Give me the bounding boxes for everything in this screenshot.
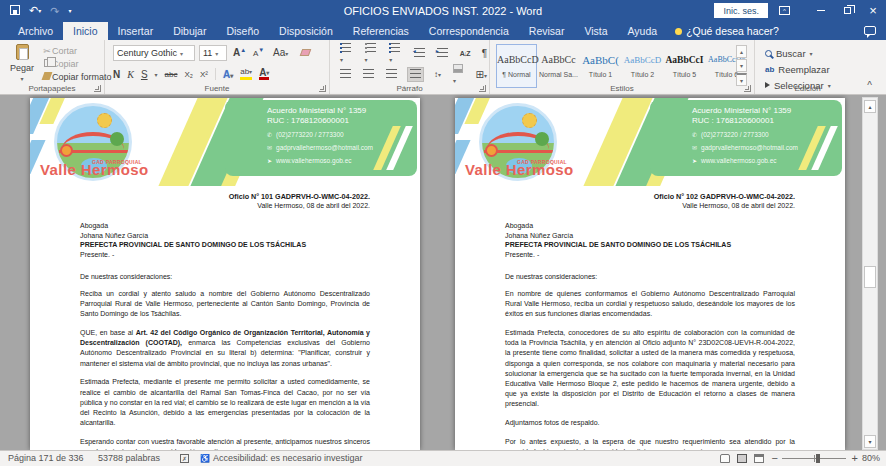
align-right-button[interactable] xyxy=(384,68,399,81)
print-layout-icon[interactable] xyxy=(737,454,747,463)
collapse-ribbon-icon[interactable]: ^ xyxy=(867,80,872,91)
paste-button[interactable]: Pegar ▾ xyxy=(7,44,37,88)
increase-indent-button[interactable] xyxy=(435,47,450,60)
borders-button[interactable]: ⊞▾ xyxy=(474,68,489,81)
feedback-comment-icon[interactable] xyxy=(864,26,876,35)
page-indicator[interactable]: Página 171 de 336 xyxy=(8,451,84,466)
text-effects-button[interactable]: A▾ xyxy=(223,69,233,80)
grow-font-button[interactable]: A▲ xyxy=(233,47,246,58)
find-button[interactable]: Buscar▾ xyxy=(765,46,813,60)
tab-dibujar[interactable]: Dibujar xyxy=(163,22,216,40)
strikethrough-button[interactable]: abc xyxy=(165,70,178,79)
tab-diseno[interactable]: Diseño xyxy=(216,22,269,40)
minimize-button[interactable] xyxy=(808,0,834,22)
document-page-left[interactable]: Acuerdo Ministerial N° 1359 RUC : 176812… xyxy=(30,98,420,450)
scroll-down-icon[interactable] xyxy=(864,435,876,448)
read-mode-icon[interactable] xyxy=(720,454,730,463)
font-size-combobox[interactable]: 11▾ xyxy=(199,45,227,61)
ruc-number: RUC : 1768120600001 xyxy=(692,116,774,125)
font-color-button[interactable]: A▾ xyxy=(259,68,269,81)
clear-formatting-icon xyxy=(300,49,312,56)
tab-correspondencia[interactable]: Correspondencia xyxy=(419,22,519,40)
bullets-button[interactable]: ▾ xyxy=(338,42,355,65)
tab-inicio[interactable]: Inicio xyxy=(63,22,108,40)
scrollbar-thumb[interactable] xyxy=(864,266,876,288)
editing-group-label: Edición xyxy=(755,84,860,93)
zoom-slider-thumb[interactable] xyxy=(816,454,820,463)
valle-hermoso-wordmark: Valle Hermoso xyxy=(40,161,149,178)
tab-archivo[interactable]: Archivo xyxy=(8,22,63,40)
replace-button[interactable]: abReemplazar xyxy=(765,62,830,76)
styles-dialog-launcher[interactable] xyxy=(744,85,751,92)
document-canvas[interactable]: Acuerdo Ministerial N° 1359 RUC : 176812… xyxy=(0,95,886,450)
underline-button[interactable]: S xyxy=(141,69,148,80)
style-gallery-up-icon[interactable]: ▴ xyxy=(736,45,747,58)
tab-revisar[interactable]: Revisar xyxy=(519,22,575,40)
document-page-right[interactable]: Acuerdo Ministerial N° 1359 RUC : 176812… xyxy=(455,98,845,450)
tab-ayuda[interactable]: Ayuda xyxy=(618,22,668,40)
letter-body[interactable]: Oficio N° 101 GADPRVH-O-WMC-04-2022. Val… xyxy=(80,192,370,450)
bold-button[interactable]: N xyxy=(113,69,120,80)
clipboard-dialog-launcher[interactable] xyxy=(94,85,101,92)
proofing-errors-icon[interactable]: ✗ xyxy=(180,454,189,463)
decrease-indent-icon xyxy=(414,48,425,57)
line-spacing-button[interactable]: ↕▾ xyxy=(432,69,443,80)
accessibility-checker[interactable]: Accesibilidad: es necesario investigar xyxy=(200,451,363,466)
numbering-button[interactable]: ▾ xyxy=(363,42,380,65)
zoom-in-button[interactable]: + xyxy=(852,451,858,466)
tab-vista[interactable]: Vista xyxy=(574,22,617,40)
change-case-button[interactable]: Aa▾ xyxy=(273,47,288,58)
style-gallery-down-icon[interactable]: ▾ xyxy=(736,59,747,72)
subscript-button[interactable]: X₂ xyxy=(185,70,193,79)
paragraph: Reciba un cordial y atento saludo a nomb… xyxy=(80,289,370,320)
style-normal-sa[interactable]: AaBbCcNormal Sa... xyxy=(538,44,579,88)
font-name-combobox[interactable]: Century Gothic▾ xyxy=(113,45,195,61)
decrease-indent-button[interactable] xyxy=(412,47,427,60)
style-titulo-2[interactable]: AaBbCcDTítulo 2 xyxy=(622,44,663,88)
italic-button[interactable]: K xyxy=(127,69,134,80)
shrink-font-button[interactable]: A▼ xyxy=(253,47,264,58)
status-bar: Página 171 de 336 53788 palabras ✗ Acces… xyxy=(0,450,886,466)
style-titulo-5[interactable]: AaBbCcITítulo 5 xyxy=(664,44,705,88)
zoom-out-button[interactable]: − xyxy=(772,451,778,466)
tab-insertar[interactable]: Insertar xyxy=(108,22,164,40)
letterhead-contact-panel: Acuerdo Ministerial N° 1359 RUC : 176812… xyxy=(225,100,417,176)
scroll-up-icon[interactable] xyxy=(864,100,876,113)
tab-referencias[interactable]: Referencias xyxy=(343,22,419,40)
style-normal[interactable]: AaBbCcD¶ Normal xyxy=(496,44,537,88)
copy-button[interactable]: Copiar xyxy=(42,58,112,71)
superscript-button[interactable]: X² xyxy=(200,70,208,79)
email-address: gadprvallehermoso@hotmail.com xyxy=(701,144,798,151)
paragraph-dialog-launcher[interactable] xyxy=(479,85,486,92)
restore-button[interactable] xyxy=(834,0,860,22)
sign-in-button[interactable]: Inic. ses. xyxy=(714,3,768,18)
tell-me-box[interactable]: ¿Qué desea hacer? xyxy=(667,22,787,40)
search-icon xyxy=(765,50,772,57)
oficio-date: Valle Hermoso, 08 de abril del 2022. xyxy=(505,201,795,210)
ribbon-display-options-icon[interactable]: ^ xyxy=(779,6,790,15)
letter-body[interactable]: Oficio N° 102 GADPRVH-O-WMC-04-2022. Val… xyxy=(505,192,795,450)
word-count[interactable]: 53788 palabras xyxy=(98,451,160,466)
style-titulo-1[interactable]: AaBbC(Título 1 xyxy=(580,44,621,88)
vertical-scrollbar[interactable] xyxy=(862,97,878,450)
justify-button[interactable] xyxy=(407,67,424,82)
logo-tree xyxy=(110,132,124,146)
numbering-icon xyxy=(365,43,376,52)
zoom-level[interactable]: 80% xyxy=(862,451,880,466)
show-paragraph-marks-button[interactable]: ¶ xyxy=(480,47,489,60)
font-dialog-launcher[interactable] xyxy=(319,85,326,92)
tab-disposicion[interactable]: Disposición xyxy=(269,22,343,40)
highlight-color-button[interactable]: ab▾ xyxy=(240,68,252,79)
align-left-button[interactable] xyxy=(338,68,353,81)
website-icon xyxy=(692,157,697,164)
multilevel-list-button[interactable]: ▾ xyxy=(387,42,404,65)
clear-formatting-button[interactable] xyxy=(301,47,310,58)
paragraph: Estimada Prefecta, mediante el presente … xyxy=(80,377,370,428)
format-painter-button[interactable]: Copiar formato xyxy=(42,71,112,84)
close-button[interactable]: × xyxy=(860,0,886,22)
shading-button[interactable]: ▾ xyxy=(451,63,466,86)
sort-button[interactable]: A↓Z xyxy=(458,49,472,58)
valle-hermoso-wordmark: Valle Hermoso xyxy=(465,161,574,178)
align-center-button[interactable] xyxy=(361,68,376,81)
web-layout-icon[interactable] xyxy=(754,454,764,463)
